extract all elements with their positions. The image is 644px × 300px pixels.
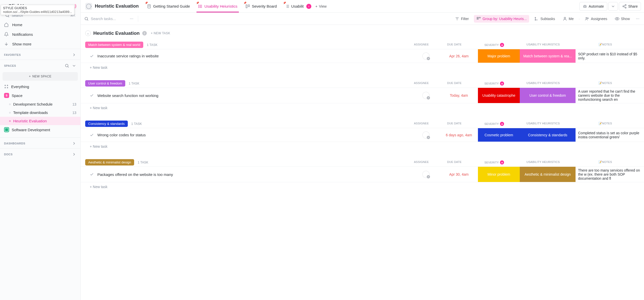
col-assignee[interactable]: ASSIGNEE [407,160,435,164]
status-check-icon[interactable] [90,172,94,176]
subtasks-button[interactable]: Subtasks [532,15,558,23]
task-row[interactable]: Packages offered on the website is too m… [81,166,644,182]
breadcrumb[interactable]: Heuristic Evaluation [84,1,142,11]
due-date-cell[interactable]: Apr 26, 4am [440,49,478,63]
assignee-cell[interactable] [412,128,440,142]
nav-show-more[interactable]: Show more [0,39,80,49]
severity-cell[interactable]: Usability catastrophe [478,88,520,103]
status-check-icon[interactable] [90,133,94,137]
tree-space[interactable]: S Space [0,91,80,100]
new-space-button[interactable]: + NEW SPACE [3,72,78,81]
col-severity[interactable]: SEVERITY▲ [473,43,515,47]
notes-cell[interactable]: There are too many services offered on t… [576,167,644,182]
me-button[interactable]: Me [560,15,576,23]
col-assignee[interactable]: ASSIGNEE [407,81,435,86]
add-task-button[interactable]: + New task [81,103,644,112]
main-content: Heuristic Evaluation 📌 Getting Started G… [81,0,644,300]
col-due-date[interactable]: DUE DATE [435,122,473,126]
add-task-button[interactable]: + New task [81,142,644,151]
section-docs[interactable]: DOCS [0,148,80,159]
severity-cell[interactable]: Major problem [478,49,520,63]
tab-usability-heuristics[interactable]: 📌 Usability Heiuristics [194,1,241,12]
col-notes[interactable]: 📝NOTES [571,81,639,86]
nav-notifications[interactable]: Notifications [0,29,80,39]
filter-button[interactable]: Filter [452,15,471,23]
tab-severity-board[interactable]: 📌 Severity Board [242,1,280,12]
search-options[interactable]: ⋯ [129,16,134,22]
share-button[interactable]: Share [619,2,641,11]
more-options[interactable]: ⋯ [635,16,640,22]
group-pill[interactable]: User control & freedom [85,80,125,87]
task-row[interactable]: Inaccurate service ratings in website Ap… [81,49,644,63]
col-notes[interactable]: 📝NOTES [571,122,639,126]
groupby-button[interactable]: Group by: Usability Heuris... [474,15,529,23]
task-search-input[interactable] [91,16,126,21]
col-severity[interactable]: SEVERITY▲ [473,81,515,86]
automate-button[interactable]: Automate [579,2,607,11]
tab-usability-2[interactable]: 📌 Usabilit [281,1,307,12]
group-pill[interactable]: Consistency & standards [85,121,128,127]
col-notes[interactable]: 📝NOTES [571,43,639,47]
col-severity[interactable]: SEVERITY▲ [473,122,515,126]
col-heuristics[interactable]: USABILITY HEURISTICS [515,43,571,47]
col-heuristics[interactable]: USABILITY HEURISTICS [515,122,571,126]
task-count: 1 TASK [147,43,157,47]
nav-home[interactable]: Home [0,20,80,29]
assignee-cell[interactable] [412,49,440,63]
col-due-date[interactable]: DUE DATE [435,81,473,86]
status-check-icon[interactable] [90,54,94,58]
svg-point-42 [535,17,536,18]
col-heuristics[interactable]: USABILITY HEURISTICS [515,81,571,86]
severity-cell[interactable]: Minor problem [478,167,520,182]
section-dashboards[interactable]: DASHBOARDS [0,138,80,148]
add-task-button[interactable]: + New task [81,63,644,72]
col-heuristics[interactable]: USABILITY HEURISTICS [515,160,571,164]
col-assignee[interactable]: ASSIGNEE [407,122,435,126]
tree-everything[interactable]: Everything [0,82,80,91]
notes-cell[interactable]: SOP product rate is $10 instead of $5 on… [576,49,644,63]
group-pill[interactable]: Match between system & real world [85,42,143,48]
due-date-cell[interactable]: 6 days ago, 4am [440,128,478,142]
automate-dropdown[interactable] [608,2,618,11]
section-spaces[interactable]: SPACES [0,60,80,71]
chevron-down-icon[interactable] [72,63,76,68]
heuristic-cell[interactable]: User control & freedom [520,88,576,103]
task-row[interactable]: Wrong color codes for status 6 days ago,… [81,128,644,142]
tree-heuristic-evaluation[interactable]: Heuristic Evaluation [0,117,80,125]
info-icon[interactable]: i [142,31,147,36]
collapse-sidebar-icon[interactable]: ⟫ [74,3,77,9]
due-date-cell[interactable]: Apr 30, 4am [440,167,478,182]
collapse-all-icon[interactable]: ⌄ [85,30,91,36]
task-title: Website search function not working [97,93,158,98]
tree-software-development[interactable]: Software Development [0,125,80,134]
filter-bar: ⋯ Filter Group by: Usability Heuris... S… [81,13,644,25]
heuristic-cell[interactable]: Aesthetic & minimalist design [520,167,576,182]
status-check-icon[interactable] [90,93,94,97]
assignee-cell[interactable] [412,88,440,103]
task-row[interactable]: Website search function not working Toda… [81,88,644,103]
assignees-button[interactable]: Assignees [582,15,610,23]
severity-cell[interactable]: Cosmetic problem [478,128,520,142]
due-date-cell[interactable]: Today, 4am [440,88,478,103]
col-assignee[interactable]: ASSIGNEE [407,43,435,47]
show-button[interactable]: Show [612,15,632,23]
svg-point-27 [585,6,586,7]
notes-cell[interactable]: Completed status is set as color purple … [576,128,644,142]
col-severity[interactable]: SEVERITY▲ [473,160,515,164]
col-due-date[interactable]: DUE DATE [435,43,473,47]
tab-getting-started[interactable]: 📌 Getting Started Guide [143,1,193,12]
add-view-button[interactable]: + View [312,2,330,11]
tree-dev-schedule[interactable]: Development Schedule 13 [0,100,80,108]
col-notes[interactable]: 📝NOTES [571,160,639,164]
search-icon[interactable] [65,63,69,68]
col-due-date[interactable]: DUE DATE [435,160,473,164]
heuristic-cell[interactable]: Match between system & rea... [520,49,576,63]
group-pill[interactable]: Aesthetic & minimalist design [85,159,134,165]
heuristic-cell[interactable]: Consistency & standards [520,128,576,142]
notes-cell[interactable]: A user reported that he can't find the c… [576,88,644,103]
section-favorites[interactable]: FAVORITES [0,49,80,60]
tree-template-downloads[interactable]: Template downloads 13 [0,108,80,117]
assignee-cell[interactable] [412,167,440,182]
new-task-button[interactable]: + NEW TASK [151,31,170,35]
add-task-button[interactable]: + New task [81,182,644,191]
